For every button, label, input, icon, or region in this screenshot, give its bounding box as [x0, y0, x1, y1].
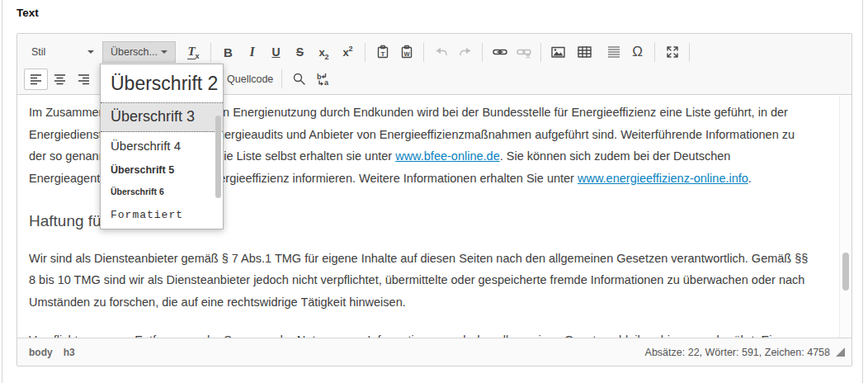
- paste-text-icon: T: [375, 45, 390, 59]
- content-scrollbar[interactable]: [839, 96, 851, 338]
- find-button[interactable]: [287, 69, 311, 90]
- styles-combo[interactable]: Stil: [24, 41, 101, 63]
- text-editor-page: Text Stil Übersch... Tx B I U S: [0, 0, 868, 383]
- format-option-h3[interactable]: Überschrift 3: [101, 103, 223, 132]
- word-count: Absätze: 22, Wörter: 591, Zeichen: 4758: [645, 347, 830, 358]
- omega-icon: Ω: [632, 44, 643, 60]
- underline-icon: U: [271, 45, 280, 59]
- replace-button[interactable]: b a: [311, 69, 335, 90]
- paragraph: Wir sind als Diensteanbieter gemäß § 7 A…: [29, 248, 814, 314]
- replace-icon: b a: [315, 72, 331, 87]
- form-right-border: [862, 0, 863, 383]
- insert-image-button[interactable]: [546, 41, 570, 63]
- table-icon: [577, 45, 592, 59]
- svg-text:b: b: [317, 72, 322, 80]
- insert-horizontal-line-button[interactable]: [601, 41, 625, 63]
- paragraph-format-combo[interactable]: Übersch...: [102, 41, 176, 63]
- dropdown-scrollbar-thumb[interactable]: [215, 116, 221, 198]
- chevron-down-icon: [87, 50, 94, 54]
- content-link[interactable]: www.bfee-online.de: [395, 149, 500, 163]
- toolbar-separator: [210, 43, 211, 62]
- align-center-icon: [54, 73, 66, 86]
- strikethrough-icon: S: [296, 45, 304, 59]
- resize-grip-icon[interactable]: [836, 348, 845, 357]
- subscript-button[interactable]: x2: [312, 41, 336, 63]
- paste-from-word-button[interactable]: W: [394, 41, 418, 63]
- toolbar-separator: [423, 43, 424, 62]
- strikethrough-button[interactable]: S: [288, 41, 312, 63]
- undo-icon: [434, 45, 449, 59]
- element-path: body h3: [29, 347, 75, 358]
- toolbar-row-1: Stil Übersch... Tx B I U S x2: [24, 38, 845, 66]
- format-option-h4[interactable]: Überschrift 4: [101, 132, 223, 158]
- paragraph: Verpflichtungen zur Entfernung oder Sper…: [29, 329, 814, 338]
- toolbar-separator: [281, 69, 282, 88]
- link-button[interactable]: [488, 41, 512, 63]
- italic-button[interactable]: I: [240, 41, 264, 63]
- element-path-body[interactable]: body: [29, 347, 53, 358]
- text-run: .: [748, 172, 752, 185]
- unlink-icon: [516, 45, 532, 59]
- format-option-h6[interactable]: Überschrift 6: [101, 181, 223, 201]
- subscript-icon: x2: [318, 46, 328, 59]
- italic-icon: I: [249, 45, 254, 59]
- scrollbar-thumb[interactable]: [842, 253, 849, 291]
- underline-button[interactable]: U: [264, 41, 288, 63]
- svg-text:T: T: [380, 50, 384, 58]
- form-left-border: [2, 0, 2, 383]
- align-right-icon: [78, 73, 90, 86]
- special-character-button[interactable]: Ω: [625, 41, 649, 63]
- toolbar-separator: [689, 43, 690, 62]
- redo-icon: [458, 45, 473, 59]
- align-center-button[interactable]: [48, 69, 72, 90]
- remove-format-button[interactable]: Tx: [182, 41, 205, 63]
- chevron-down-icon: [161, 50, 167, 54]
- format-dropdown-panel: Überschrift 2 Überschrift 3 Überschrift …: [100, 64, 224, 229]
- editor-status-bar: body h3 Absätze: 22, Wörter: 591, Zeiche…: [17, 338, 851, 366]
- maximize-icon: [665, 45, 680, 59]
- content-link[interactable]: www.energieeffizienz-online.info: [578, 172, 748, 185]
- svg-text:a: a: [324, 78, 329, 87]
- maximize-button[interactable]: [660, 41, 684, 63]
- bold-icon: B: [224, 45, 233, 59]
- field-label: Text: [17, 7, 39, 19]
- redo-button[interactable]: [453, 41, 477, 63]
- align-right-button[interactable]: [72, 69, 96, 90]
- superscript-button[interactable]: x2: [336, 41, 360, 63]
- toolbar-separator: [482, 43, 483, 62]
- superscript-icon: x2: [342, 46, 352, 59]
- toolbar-separator: [365, 43, 366, 62]
- link-icon: [492, 45, 508, 59]
- image-icon: [550, 45, 566, 59]
- toolbar-separator: [654, 43, 655, 62]
- horizontal-line-icon: [606, 45, 621, 59]
- format-option-h2[interactable]: Überschrift 2: [101, 66, 223, 103]
- element-path-h3[interactable]: h3: [64, 347, 75, 358]
- styles-combo-label: Stil: [31, 46, 45, 58]
- align-left-button[interactable]: [24, 69, 48, 90]
- format-option-pre[interactable]: Formatiert: [101, 201, 223, 225]
- unlink-button[interactable]: [512, 41, 535, 63]
- svg-text:W: W: [403, 50, 410, 58]
- insert-table-button[interactable]: [570, 41, 601, 63]
- undo-button[interactable]: [429, 41, 453, 63]
- paste-word-icon: W: [399, 45, 414, 59]
- source-button-label: Quellcode: [227, 73, 273, 85]
- format-option-h5[interactable]: Überschrift 5: [101, 158, 223, 181]
- format-combo-label: Übersch...: [111, 46, 158, 58]
- remove-format-icon: Tx: [187, 45, 199, 59]
- align-left-icon: [30, 73, 42, 86]
- search-icon: [292, 72, 307, 87]
- bold-button[interactable]: B: [216, 41, 240, 63]
- toolbar-separator: [540, 43, 541, 62]
- paste-as-text-button[interactable]: T: [370, 41, 394, 63]
